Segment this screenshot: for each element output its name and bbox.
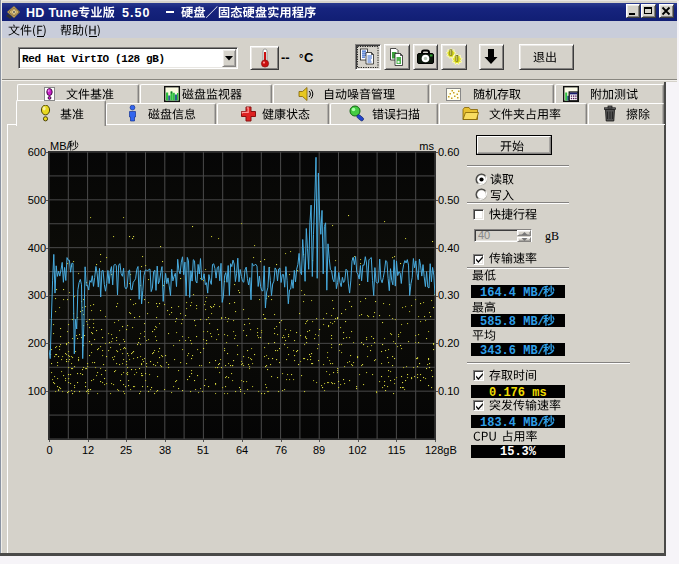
svg-text:76: 76 <box>274 444 286 456</box>
svg-text:51: 51 <box>197 444 209 456</box>
svg-text:164.4 MB/: 164.4 MB/ <box>480 286 545 299</box>
svg-text:115: 115 <box>388 444 406 456</box>
svg-text:300: 300 <box>28 289 46 301</box>
svg-text:15.3%: 15.3% <box>500 445 537 458</box>
svg-text:89: 89 <box>313 444 325 456</box>
svg-text:--: -- <box>281 50 290 65</box>
svg-text:200: 200 <box>28 337 46 349</box>
svg-text:343.6 MB/: 343.6 MB/ <box>480 344 545 357</box>
svg-text:40: 40 <box>478 229 490 241</box>
svg-text:5.50: 5.50 <box>122 5 150 19</box>
svg-text:0.40: 0.40 <box>438 242 459 254</box>
svg-text:0.20: 0.20 <box>438 337 459 349</box>
svg-text:0.30: 0.30 <box>438 289 459 301</box>
svg-text:25: 25 <box>120 444 132 456</box>
svg-text:600: 600 <box>28 146 46 158</box>
svg-text:128gB: 128gB <box>425 444 457 456</box>
svg-text:100: 100 <box>28 385 46 397</box>
svg-text:0.50: 0.50 <box>438 194 459 206</box>
svg-text:64: 64 <box>236 444 248 456</box>
svg-text:585.8 MB/: 585.8 MB/ <box>480 315 545 328</box>
svg-text:0.60: 0.60 <box>438 146 459 158</box>
svg-text:12: 12 <box>81 444 93 456</box>
svg-text:0.10: 0.10 <box>438 385 459 397</box>
svg-text:0.176 ms: 0.176 ms <box>489 386 547 399</box>
svg-text:38: 38 <box>159 444 171 456</box>
svg-text:400: 400 <box>28 242 46 254</box>
svg-text:HD Tune: HD Tune <box>26 5 79 19</box>
svg-text:°: ° <box>299 52 303 64</box>
svg-text:C: C <box>304 50 314 65</box>
svg-text:Red Hat VirtIO (128 gB): Red Hat VirtIO (128 gB) <box>22 53 165 65</box>
svg-text:gB: gB <box>545 229 559 243</box>
svg-text:500: 500 <box>28 194 46 206</box>
svg-text:0: 0 <box>46 444 52 456</box>
svg-text:102: 102 <box>349 444 367 456</box>
svg-text:183.4 MB/: 183.4 MB/ <box>480 416 545 429</box>
